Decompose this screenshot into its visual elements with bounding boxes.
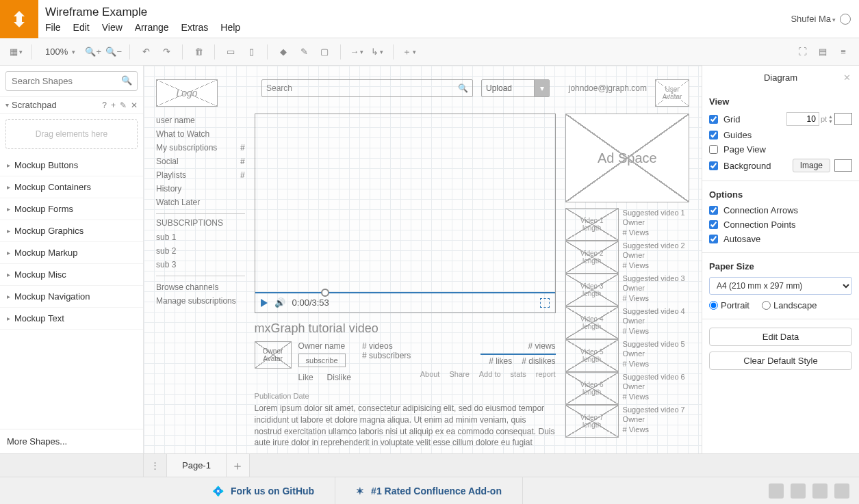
menu-arrange[interactable]: Arrange	[135, 22, 169, 33]
wf-ad-space[interactable]: Ad Space	[565, 114, 689, 202]
redo-icon[interactable]: ↷	[157, 43, 175, 61]
wf-sidebar-item[interactable]: Social#	[156, 155, 245, 168]
menu-edit[interactable]: Edit	[73, 22, 90, 33]
guides-checkbox[interactable]	[709, 131, 718, 140]
landscape-radio[interactable]	[762, 301, 771, 310]
add-page-button[interactable]: ＋	[227, 454, 250, 477]
fork-github-link[interactable]: 💠 Fork us on GitHub	[192, 477, 335, 504]
wf-sub-item[interactable]: sub 1	[156, 230, 245, 244]
wf-sidebar-item[interactable]: History	[156, 182, 245, 196]
wf-sub-item[interactable]: sub 2	[156, 244, 245, 258]
shape-category[interactable]: Mockup Containers	[0, 176, 143, 198]
wf-user-avatar[interactable]: User Avatar	[655, 79, 689, 107]
more-shapes-button[interactable]: More Shapes...	[0, 429, 143, 453]
wf-logo[interactable]: Logo	[156, 79, 218, 107]
scratchpad-close-icon[interactable]: ✕	[131, 101, 138, 110]
to-front-icon[interactable]: ▭	[222, 43, 240, 61]
fullscreen-icon[interactable]: ⛶	[793, 43, 811, 61]
wf-search[interactable]: Search 🔍	[261, 79, 473, 97]
wf-sidebar-link[interactable]: Manage subscriptions	[156, 294, 245, 308]
zoom-in-icon[interactable]: 🔍+	[84, 43, 102, 61]
shape-category[interactable]: Mockup Graphics	[0, 220, 143, 242]
wf-sidebar-item[interactable]: What to Watch	[156, 127, 245, 141]
pages-menu-icon[interactable]: ⋮	[144, 454, 167, 477]
scratchpad-help-icon[interactable]: ?	[102, 101, 107, 110]
shape-category[interactable]: Mockup Forms	[0, 198, 143, 220]
waypoint-icon[interactable]: ↳	[368, 43, 386, 61]
shape-category[interactable]: Mockup Misc	[0, 264, 143, 286]
autosave-checkbox[interactable]	[709, 235, 718, 243]
shadow-icon[interactable]: ▢	[316, 43, 333, 61]
app-logo[interactable]	[0, 0, 38, 38]
wf-action-addto[interactable]: Add to	[479, 370, 501, 378]
menu-help[interactable]: Help	[220, 22, 240, 33]
twitter-icon[interactable]	[812, 483, 828, 499]
language-icon[interactable]	[840, 14, 851, 25]
page-tab-1[interactable]: Page-1	[167, 454, 227, 477]
wf-suggested-row[interactable]: Video 6 lengthSuggested video 6Owner# Vi…	[565, 372, 689, 405]
line-color-icon[interactable]: ✎	[295, 43, 313, 61]
grid-step-down[interactable]: ▼	[828, 119, 833, 124]
shape-category[interactable]: Mockup Navigation	[0, 286, 143, 308]
scratchpad-edit-icon[interactable]: ✎	[120, 101, 127, 110]
facebook-icon[interactable]	[791, 483, 806, 499]
wf-action-share[interactable]: Share	[449, 370, 469, 378]
wf-suggested-row[interactable]: Video 2 lengthSuggested video 2Owner# Vi…	[565, 241, 689, 274]
grid-step-up[interactable]: ▲	[828, 114, 833, 119]
user-name[interactable]: Shufei Ma	[791, 14, 836, 24]
pageview-checkbox[interactable]	[709, 145, 718, 154]
wf-sidebar-link[interactable]: Browse channels	[156, 280, 245, 294]
wf-suggested-row[interactable]: Video 3 lengthSuggested video 3Owner# Vi…	[565, 274, 689, 306]
undo-icon[interactable]: ↶	[137, 43, 155, 61]
to-back-icon[interactable]: ▯	[242, 43, 260, 61]
fullscreen-icon[interactable]	[540, 298, 550, 308]
conn-points-checkbox[interactable]	[709, 220, 718, 229]
insert-icon[interactable]: ＋	[400, 43, 418, 61]
canvas[interactable]: Logo Search 🔍 Upload ▾ johndoe@jgraph.co…	[144, 66, 702, 453]
background-checkbox[interactable]	[709, 161, 718, 170]
shape-category[interactable]: Mockup Markup	[0, 242, 143, 264]
search-shapes-input[interactable]	[5, 71, 138, 91]
wf-action-stats[interactable]: stats	[511, 370, 526, 378]
collapse-icon[interactable]: ≡	[834, 43, 852, 61]
grid-checkbox[interactable]	[709, 115, 718, 124]
search-icon[interactable]: 🔍	[121, 75, 132, 85]
menu-file[interactable]: File	[45, 22, 61, 33]
menu-extras[interactable]: Extras	[181, 22, 209, 33]
paper-size-select[interactable]: A4 (210 mm x 297 mm)	[709, 277, 852, 295]
connection-icon[interactable]: →	[348, 43, 366, 61]
wf-like[interactable]: Like	[298, 373, 313, 382]
googleplus-icon[interactable]	[769, 483, 784, 499]
background-image-button[interactable]: Image	[793, 159, 830, 172]
wf-subscribe-button[interactable]: subscribe	[298, 354, 346, 367]
background-color-swatch[interactable]	[834, 159, 852, 172]
scratchpad-dropzone[interactable]: Drag elements here	[5, 119, 138, 149]
shape-category[interactable]: Mockup Text	[0, 308, 143, 330]
edit-data-button[interactable]: Edit Data	[709, 328, 852, 346]
github-footer-icon[interactable]	[834, 483, 849, 499]
wf-sidebar-item[interactable]: Playlists#	[156, 168, 245, 182]
close-icon[interactable]: ✕	[843, 72, 851, 83]
shape-category[interactable]: Mockup Buttons	[0, 155, 143, 176]
grid-color-swatch[interactable]	[834, 113, 852, 125]
wf-suggested-row[interactable]: Video 7 lengthSuggested video 7Owner# Vi…	[565, 405, 689, 438]
document-title[interactable]: Wireframe Example	[45, 5, 791, 19]
volume-icon[interactable]: 🔊	[274, 297, 285, 308]
wf-dislike[interactable]: Dislike	[327, 373, 351, 382]
wf-suggested-row[interactable]: Video 5 lengthSuggested video 5Owner# Vi…	[565, 339, 689, 372]
scratchpad-add-icon[interactable]: +	[111, 101, 116, 110]
confluence-link[interactable]: ✶ #1 Rated Confluence Add-on	[335, 477, 523, 504]
portrait-radio[interactable]	[709, 301, 718, 310]
wf-sidebar-item[interactable]: user name	[156, 114, 245, 127]
wf-sidebar-item[interactable]: Watch Later	[156, 196, 245, 209]
wf-owner-avatar[interactable]: Owner Avatar	[255, 341, 292, 369]
wf-sidebar-item[interactable]: My subscriptions#	[156, 141, 245, 155]
wf-upload[interactable]: Upload ▾	[481, 79, 550, 97]
clear-default-style-button[interactable]: Clear Default Style	[709, 352, 852, 370]
fill-color-icon[interactable]: ◆	[274, 43, 292, 61]
conn-arrows-checkbox[interactable]	[709, 206, 718, 215]
zoom-out-icon[interactable]: 🔍−	[105, 43, 123, 61]
wf-suggested-row[interactable]: Video 4 lengthSuggested video 4Owner# Vi…	[565, 306, 689, 339]
wf-action-about[interactable]: About	[420, 370, 440, 378]
format-panel-icon[interactable]: ▤	[814, 43, 832, 61]
